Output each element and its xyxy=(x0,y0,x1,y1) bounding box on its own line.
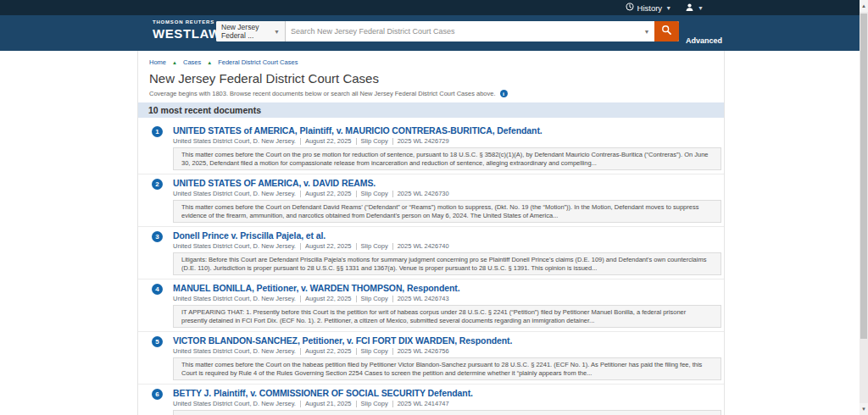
result-body: VICTOR BLANDON-SANCHEZ, Petitioner, v. F… xyxy=(173,335,721,380)
scroll-down-icon[interactable]: ▼ xyxy=(860,403,868,415)
account-menu[interactable]: ▼ xyxy=(685,3,704,14)
result-meta: United States District Court, D. New Jer… xyxy=(173,190,721,197)
meta-divider xyxy=(392,348,393,355)
result-snippet-box: This matter comes before the Court on th… xyxy=(173,357,721,380)
result-item: 2 UNITED STATES OF AMERICA, v. DAVID REA… xyxy=(138,174,724,226)
result-snippet-box: Litigants: Before this Court are Defenda… xyxy=(173,252,721,275)
meta-divider xyxy=(300,401,301,407)
result-body: UNITED STATES of AMERICA, Plaintiff, v. … xyxy=(173,125,721,170)
meta-divider xyxy=(392,296,393,302)
result-snippet-text: Litigants: Before this Court are Defenda… xyxy=(181,256,713,272)
breadcrumb-home[interactable]: Home xyxy=(149,58,166,66)
result-meta: United States District Court, D. New Jer… xyxy=(173,295,721,302)
breadcrumb-cases[interactable]: Cases xyxy=(183,58,201,66)
result-title-link[interactable]: VICTOR BLANDON-SANCHEZ, Petitioner, v. F… xyxy=(173,335,721,346)
result-meta: United States District Court, D. New Jer… xyxy=(173,137,721,145)
result-item: 6 BETTY J. Plaintiff, v. COMMISSIONER OF… xyxy=(138,384,724,415)
result-copy-type: Slip Copy xyxy=(361,137,388,145)
info-icon[interactable]: i xyxy=(500,90,508,97)
result-date: August 22, 2025 xyxy=(305,347,352,355)
meta-divider xyxy=(300,296,301,302)
meta-divider xyxy=(392,401,393,407)
result-snippet-box: IT APPEARING THAT: 1. Presently before t… xyxy=(173,305,721,328)
result-copy-type: Slip Copy xyxy=(361,400,388,407)
breadcrumb: Home ▲ Cases ▲ Federal District Court Ca… xyxy=(138,58,724,66)
result-item: 4 MANUEL BONILLA, Petitioner, v. WARDEN … xyxy=(138,279,724,331)
result-court: United States District Court, D. New Jer… xyxy=(173,347,296,355)
scrollbar-thumb[interactable] xyxy=(860,14,867,339)
result-item: 5 VICTOR BLANDON-SANCHEZ, Petitioner, v.… xyxy=(138,331,724,384)
search-history-chevron-icon[interactable]: ▼ xyxy=(639,21,654,42)
breadcrumb-federal-district[interactable]: Federal District Court Cases xyxy=(218,58,298,66)
history-menu[interactable]: History ▼ xyxy=(626,3,672,13)
chevron-down-icon: ▼ xyxy=(698,5,704,11)
scroll-up-icon[interactable]: ▲ xyxy=(860,0,868,12)
chevron-down-icon: ▼ xyxy=(274,29,280,35)
result-number-badge: 6 xyxy=(152,389,163,400)
westlaw-logo[interactable]: THOMSON REUTERS WESTLAW xyxy=(153,19,221,40)
result-citation: 2025 WL 2426730 xyxy=(398,190,449,197)
meta-divider xyxy=(392,138,393,145)
brand-large-text: WESTLAW xyxy=(153,27,221,40)
meta-divider xyxy=(356,348,357,355)
meta-divider xyxy=(392,243,393,250)
main-header: THOMSON REUTERS WESTLAW New Jersey Feder… xyxy=(0,15,868,51)
result-court: United States District Court, D. New Jer… xyxy=(173,242,296,250)
coverage-note: Coverage begins with 1803. Browse recent… xyxy=(149,90,496,97)
result-date: August 21, 2025 xyxy=(305,400,352,407)
meta-divider xyxy=(356,243,357,250)
meta-divider xyxy=(356,191,357,197)
utility-bar: History ▼ ▼ xyxy=(0,0,868,15)
search-input[interactable] xyxy=(286,21,639,42)
search-icon xyxy=(661,25,672,38)
vertical-scrollbar[interactable]: ▲ ▼ xyxy=(860,0,868,415)
result-court: United States District Court, D. New Jer… xyxy=(173,137,296,145)
meta-divider xyxy=(300,191,301,197)
result-title-link[interactable]: Donell Prince v. Priscilla Pajela, et al… xyxy=(173,230,721,241)
search-scope-dropdown[interactable]: New Jersey Federal ... ▼ xyxy=(216,21,286,42)
result-meta: United States District Court, D. New Jer… xyxy=(173,400,721,407)
breadcrumb-caret-icon: ▲ xyxy=(207,60,212,65)
result-date: August 22, 2025 xyxy=(305,190,352,197)
result-snippet-box: This matter comes before the Court on th… xyxy=(173,147,721,170)
result-number-badge: 3 xyxy=(152,231,163,242)
result-citation: 2025 WL 2426729 xyxy=(398,137,449,145)
search-button[interactable] xyxy=(654,21,679,42)
coverage-note-row: Coverage begins with 1803. Browse recent… xyxy=(138,90,724,97)
result-title-link[interactable]: UNITED STATES of AMERICA, Plaintiff, v. … xyxy=(173,125,721,136)
result-body: MANUEL BONILLA, Petitioner, v. WARDEN TH… xyxy=(173,283,721,328)
result-citation: 2025 WL 2426756 xyxy=(398,347,449,355)
result-number-badge: 2 xyxy=(152,179,163,190)
result-meta: United States District Court, D. New Jer… xyxy=(173,242,721,250)
meta-divider xyxy=(300,138,301,145)
result-snippet-box: This matter comes before the Court on De… xyxy=(173,200,721,223)
breadcrumb-caret-icon: ▲ xyxy=(172,60,177,65)
result-title-link[interactable]: MANUEL BONILLA, Petitioner, v. WARDEN TH… xyxy=(173,283,721,293)
advanced-search-link[interactable]: Advanced xyxy=(686,36,722,45)
result-body: BETTY J. Plaintiff, v. COMMISSIONER OF S… xyxy=(173,388,721,415)
meta-divider xyxy=(392,191,393,197)
section-header: 10 most recent documents xyxy=(138,102,724,118)
result-title-link[interactable]: UNITED STATES OF AMERICA, v. DAVID REAMS… xyxy=(173,178,721,188)
result-copy-type: Slip Copy xyxy=(361,242,388,250)
result-snippet-text: IT APPEARING THAT: 1. Presently before t… xyxy=(181,308,713,324)
meta-divider xyxy=(356,138,357,145)
result-court: United States District Court, D. New Jer… xyxy=(173,190,296,197)
content-panel: Home ▲ Cases ▲ Federal District Court Ca… xyxy=(137,51,725,415)
result-number-badge: 1 xyxy=(152,126,163,137)
result-copy-type: Slip Copy xyxy=(361,295,388,302)
page-title: New Jersey Federal District Court Cases xyxy=(138,71,724,86)
chevron-down-icon: ▼ xyxy=(665,5,671,11)
result-number-badge: 4 xyxy=(152,284,163,295)
meta-divider xyxy=(300,348,301,355)
clock-icon xyxy=(626,3,634,13)
result-copy-type: Slip Copy xyxy=(361,190,388,197)
result-meta: United States District Court, D. New Jer… xyxy=(173,347,721,355)
result-copy-type: Slip Copy xyxy=(361,347,388,355)
result-citation: 2025 WL 2426743 xyxy=(398,295,449,302)
result-body: Donell Prince v. Priscilla Pajela, et al… xyxy=(173,230,721,275)
user-icon xyxy=(685,3,694,14)
result-snippet-text: This matter comes before the Court on De… xyxy=(181,203,713,219)
meta-divider xyxy=(300,243,301,250)
result-title-link[interactable]: BETTY J. Plaintiff, v. COMMISSIONER OF S… xyxy=(173,388,721,398)
